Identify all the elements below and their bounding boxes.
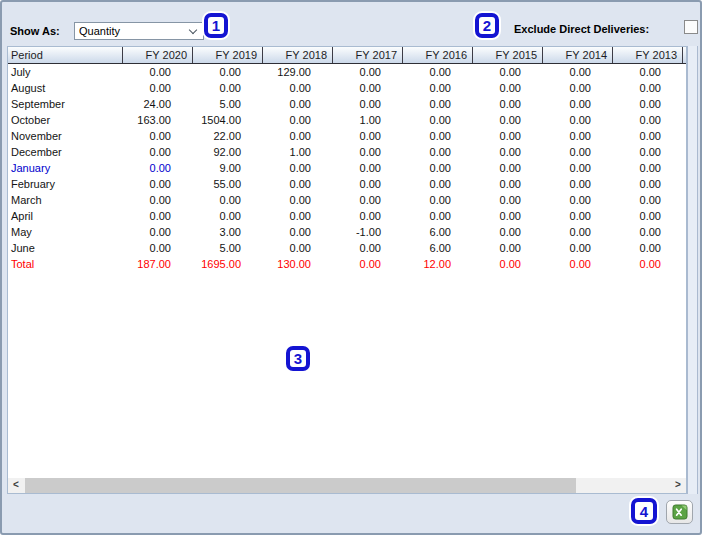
row-label: Total bbox=[8, 256, 123, 272]
cell: 0.00 bbox=[543, 96, 613, 112]
cell: 0.00 bbox=[403, 160, 473, 176]
cell: 0.00 bbox=[193, 208, 263, 224]
exclude-direct-deliveries-checkbox[interactable] bbox=[684, 20, 698, 34]
cell: 0.00 bbox=[333, 80, 403, 96]
cell: 0.00 bbox=[333, 96, 403, 112]
table-header: PeriodFY 2020FY 2019FY 2018FY 2017FY 201… bbox=[8, 47, 686, 64]
cell: 0.00 bbox=[403, 80, 473, 96]
cell: 0.00 bbox=[193, 80, 263, 96]
horizontal-scrollbar: < > bbox=[8, 478, 686, 493]
cell: 0.00 bbox=[403, 96, 473, 112]
row-label: June bbox=[8, 240, 123, 256]
cell: 0.00 bbox=[473, 160, 543, 176]
table-row-june[interactable]: June0.005.000.000.006.000.000.000.00 bbox=[8, 240, 686, 256]
cell: 0.00 bbox=[473, 144, 543, 160]
cell: 0.00 bbox=[473, 192, 543, 208]
scroll-right-icon: > bbox=[675, 479, 681, 490]
header-cell-fy-2019[interactable]: FY 2019 bbox=[193, 47, 263, 63]
cell: 9.00 bbox=[193, 160, 263, 176]
table-row-april[interactable]: April0.000.000.000.000.000.000.000.00 bbox=[8, 208, 686, 224]
cell: 24.00 bbox=[123, 96, 193, 112]
cell: 0.00 bbox=[613, 176, 683, 192]
cell: 0.00 bbox=[123, 240, 193, 256]
cell: 0.00 bbox=[613, 256, 683, 272]
annotation-3-label: 3 bbox=[294, 350, 302, 367]
cell: 0.00 bbox=[543, 128, 613, 144]
table-row-january[interactable]: January0.009.000.000.000.000.000.000.00 bbox=[8, 160, 686, 176]
cell: 0.00 bbox=[543, 176, 613, 192]
table-body: July0.000.00129.000.000.000.000.000.00Au… bbox=[8, 64, 686, 272]
table-row-february[interactable]: February0.0055.000.000.000.000.000.000.0… bbox=[8, 176, 686, 192]
row-label: February bbox=[8, 176, 123, 192]
fiscal-year-table: PeriodFY 2020FY 2019FY 2018FY 2017FY 201… bbox=[7, 46, 687, 494]
header-cell-fy-2016[interactable]: FY 2016 bbox=[403, 47, 473, 63]
header-cell-fy-2018[interactable]: FY 2018 bbox=[263, 47, 333, 63]
cell: 1.00 bbox=[263, 144, 333, 160]
cell: 0.00 bbox=[403, 144, 473, 160]
table-row-september[interactable]: September24.005.000.000.000.000.000.000.… bbox=[8, 96, 686, 112]
header-cell-fy-2017[interactable]: FY 2017 bbox=[333, 47, 403, 63]
cell: 1.00 bbox=[333, 112, 403, 128]
cell: 0.00 bbox=[613, 224, 683, 240]
cell: 0.00 bbox=[193, 64, 263, 80]
header-cell-fy-2014[interactable]: FY 2014 bbox=[543, 47, 613, 63]
table-row-july[interactable]: July0.000.00129.000.000.000.000.000.00 bbox=[8, 64, 686, 80]
annotation-box-1: 1 bbox=[204, 13, 228, 38]
cell: 0.00 bbox=[263, 192, 333, 208]
cell: 0.00 bbox=[613, 112, 683, 128]
row-label: April bbox=[8, 208, 123, 224]
cell: 0.00 bbox=[543, 208, 613, 224]
cell: 0.00 bbox=[613, 192, 683, 208]
cell: 3.00 bbox=[193, 224, 263, 240]
cell: 0.00 bbox=[333, 256, 403, 272]
cell: 163.00 bbox=[123, 112, 193, 128]
cell: 0.00 bbox=[263, 208, 333, 224]
cell: 0.00 bbox=[333, 208, 403, 224]
header-cell-fy-2020[interactable]: FY 2020 bbox=[123, 47, 193, 63]
cell: 0.00 bbox=[473, 256, 543, 272]
cell: 0.00 bbox=[263, 96, 333, 112]
scroll-left-button[interactable]: < bbox=[8, 478, 24, 493]
cell: 0.00 bbox=[613, 144, 683, 160]
scrollbar-track[interactable] bbox=[24, 478, 670, 493]
scrollbar-thumb[interactable] bbox=[25, 478, 576, 493]
cell: 22.00 bbox=[193, 128, 263, 144]
table-row-may[interactable]: May0.003.000.00-1.006.000.000.000.00 bbox=[8, 224, 686, 240]
scroll-left-icon: < bbox=[13, 479, 19, 490]
table-row-august[interactable]: August0.000.000.000.000.000.000.000.00 bbox=[8, 80, 686, 96]
row-label: January bbox=[8, 160, 123, 176]
scroll-right-button[interactable]: > bbox=[670, 478, 686, 493]
table-row-november[interactable]: November0.0022.000.000.000.000.000.000.0… bbox=[8, 128, 686, 144]
table-row-total[interactable]: Total187.001695.00130.000.0012.000.000.0… bbox=[8, 256, 686, 272]
cell: 0.00 bbox=[473, 176, 543, 192]
header-cell-period[interactable]: Period bbox=[8, 47, 123, 63]
header-cell-fy-2015[interactable]: FY 2015 bbox=[473, 47, 543, 63]
export-excel-button[interactable] bbox=[666, 500, 693, 524]
cell: 0.00 bbox=[613, 128, 683, 144]
cell: 129.00 bbox=[263, 64, 333, 80]
cell: 0.00 bbox=[543, 80, 613, 96]
cell: 0.00 bbox=[473, 96, 543, 112]
show-as-dropdown[interactable]: Quantity bbox=[74, 22, 204, 40]
row-label: March bbox=[8, 192, 123, 208]
cell: 0.00 bbox=[263, 112, 333, 128]
cell: 0.00 bbox=[123, 208, 193, 224]
cell: 0.00 bbox=[543, 192, 613, 208]
cell: 0.00 bbox=[333, 144, 403, 160]
cell: 0.00 bbox=[613, 160, 683, 176]
cell: 0.00 bbox=[543, 224, 613, 240]
cell: 0.00 bbox=[193, 192, 263, 208]
table-row-december[interactable]: December0.0092.001.000.000.000.000.000.0… bbox=[8, 144, 686, 160]
cell: 0.00 bbox=[263, 224, 333, 240]
cell: 0.00 bbox=[473, 64, 543, 80]
header-cell-fy-2013[interactable]: FY 2013 bbox=[613, 47, 683, 63]
table-row-march[interactable]: March0.000.000.000.000.000.000.000.00 bbox=[8, 192, 686, 208]
annotation-4-label: 4 bbox=[640, 503, 648, 520]
cell: 5.00 bbox=[193, 96, 263, 112]
fiscal-summary-window: Show As: Quantity 1 2 Exclude Direct Del… bbox=[0, 0, 702, 535]
cell: 1695.00 bbox=[193, 256, 263, 272]
vertical-scrollbar-track[interactable] bbox=[687, 46, 698, 494]
table-row-october[interactable]: October163.001504.000.001.000.000.000.00… bbox=[8, 112, 686, 128]
cell: 0.00 bbox=[403, 128, 473, 144]
cell: 0.00 bbox=[403, 208, 473, 224]
